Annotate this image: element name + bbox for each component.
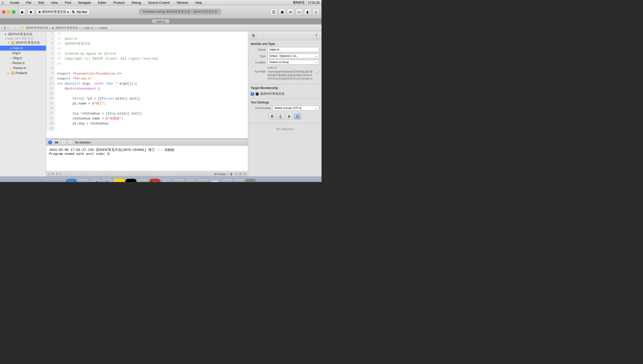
console-pause-btn[interactable]: ▮▮ [54,140,59,145]
menu-view[interactable]: View [49,0,59,5]
location-select[interactable]: Relative to Group ⌄ [268,60,319,64]
sidebar-group-kvc[interactable]: ▼ 演示KVC常见方法 [0,40,46,46]
help-btn[interactable]: ? [314,33,319,38]
line-content-5: // Created by apple on 15/3/6. [55,51,118,56]
name-value[interactable]: main.m [268,47,319,52]
file-inspector-btn[interactable]: 🖹 [251,33,256,38]
add-btn[interactable]: + [48,172,50,176]
layout-btn-4[interactable]: ▭ [296,8,303,16]
layout-btn-6[interactable]: ▯ [313,8,320,16]
project-name: 演示KVC常见方法 [8,32,32,36]
tabbar: main.m [0,18,322,24]
full-path-label: Full Path [251,70,266,73]
dock-camera[interactable]: 📷 [185,179,196,182]
dock-hammer[interactable]: 🛠️ [138,179,148,182]
dock-trash[interactable]: 🗑️ [245,179,256,182]
menu-source-control[interactable]: Source Control [147,0,171,5]
dock-puzzle[interactable]: 🧩 [173,179,184,182]
apple-menu[interactable]:  [2,0,4,5]
menu-product[interactable]: Product [112,0,126,5]
trash-btn[interactable]: 🗑 [230,172,233,176]
minimize-button[interactable] [7,10,11,14]
run-button[interactable]: ▶ [19,8,26,16]
dock-terminal[interactable]: >_ [126,179,137,182]
grid-btn[interactable]: ☷ [239,172,242,176]
line-num-6: 6 [46,56,55,61]
nav-grid-btn[interactable]: ☷ [2,25,8,31]
close-button[interactable] [2,10,6,14]
nav-back-btn[interactable]: ‹ [9,25,14,31]
console-down-btn[interactable]: ↓ [68,140,73,145]
scheme-name: 演示KVC常见方法 [42,10,66,14]
code-line-8: 8 [46,66,248,71]
text-settings-section: Text Settings Text Encoding Default Unic… [248,99,322,123]
layout-btn-1[interactable]: ☰ [270,8,277,16]
output-label[interactable]: All Output ↕ [214,172,228,176]
editor-area: 1 // 2 // main.m 3 // 演示KVC常见方法 4 // [46,32,248,138]
split-btn[interactable]: ▭ [235,172,237,176]
console-line-1: 2015-03-06 17:02:27.135 演示KVC常见方法[3078:1… [49,148,245,152]
console-up-btn[interactable]: ↑ [61,140,66,145]
dock-app3[interactable]: 🔧 [221,179,232,182]
code-area[interactable]: 1 // 2 // main.m 3 // 演示KVC常见方法 4 // [46,32,248,138]
menu-debug[interactable]: Debug [130,0,142,5]
sidebar-products[interactable]: ► Products [0,70,46,76]
menu-help[interactable]: Help [194,0,204,5]
dock-filezilla[interactable]: 📡 [161,179,172,182]
dock-rocket[interactable]: 🚀 [90,179,101,182]
stop-button[interactable]: ■ [28,8,35,16]
ts-page-icon[interactable]: 🖹 [269,114,276,120]
menu-edit[interactable]: Edit [37,0,46,5]
reveal-path-btn[interactable]: → [315,70,319,74]
history-btn[interactable]: ↻ [52,172,54,176]
line-num-11: 11 [46,81,55,86]
dock-app4[interactable]: 📺 [233,179,244,182]
dock-app1[interactable]: 🗂️ [197,179,208,182]
menu-find[interactable]: Find [63,0,73,5]
maximize-button[interactable] [12,10,16,14]
breadcrumb-func[interactable]: main() [100,26,107,30]
line-num-12: 12 [46,86,55,91]
sidebar-label-dog-m: Dog.m [13,56,22,60]
dock-finder[interactable] [66,179,77,182]
dock-safari[interactable]: 🌐 [102,179,113,182]
identity-type-section: Identity and Type Name main.m Type Defau… [248,40,322,84]
layout-btn-2[interactable]: ▣ [279,8,286,16]
text-encoding-row: Text Encoding Default Unicode (UTF-8) ⌄ [251,106,319,110]
type-select[interactable]: Default - Objective-C So... ⌄ [268,54,319,58]
menu-editor[interactable]: Editor [97,0,108,5]
sidebar-project[interactable]: ▼ 演示KVC常见方法 [0,32,46,37]
menu-window[interactable]: Window [175,0,190,5]
ts-code-icon[interactable]: {} [277,114,284,120]
dock-system-prefs[interactable]: ⚙️ [78,179,89,182]
sidebar-file-person-m[interactable]: m Person.m [0,66,46,70]
layout-btn-5[interactable]: ▮ [304,8,311,16]
group-disclosure-icon: ▼ [7,41,10,45]
breadcrumb-group[interactable]: 演示KVC常见方法 [55,26,78,30]
dock-app2[interactable]: 📊 [209,179,220,182]
text-encoding-select[interactable]: Default Unicode (UTF-8) ⌄ [273,106,319,110]
menu-xcode[interactable]: Xcode [9,0,21,5]
location-file: main.m [251,66,319,69]
menu-file[interactable]: File [25,0,33,5]
sidebar-file-person-h[interactable]: h Person.h [0,60,46,66]
breadcrumb-file[interactable]: main.m [84,26,93,30]
scheme-selector[interactable]: ■ 演示KVC常见方法 ▸ 💺 My Mac [36,8,90,15]
layout-btn-3[interactable]: ⇄ [287,8,294,16]
target-checkbox[interactable]: ✓ [251,92,254,96]
menu-navigate[interactable]: Navigate [77,0,92,5]
dock-notes[interactable]: 📝 [114,179,125,182]
breadcrumb-project[interactable]: 演示KVC常见方法 [26,26,48,30]
sidebar-file-main-m[interactable]: m main.m [0,46,46,50]
up-icon[interactable]: ⇧ [56,172,58,176]
refresh-btn[interactable]: ↻ [244,172,246,176]
dock-red[interactable]: 🔴 [149,179,160,182]
active-tab[interactable]: main.m [152,19,169,24]
down-icon[interactable]: ⇩ [59,172,61,176]
nav-forward-btn[interactable]: › [15,25,21,31]
ts-settings-icon[interactable]: ⚙ [286,114,293,120]
identity-type-title: Identity and Type [251,42,319,46]
sidebar-file-dog-h[interactable]: h Dog.h [0,50,46,56]
sidebar-file-dog-m[interactable]: m Dog.m [0,56,46,60]
ts-grid-icon[interactable]: ☷ [294,114,301,120]
